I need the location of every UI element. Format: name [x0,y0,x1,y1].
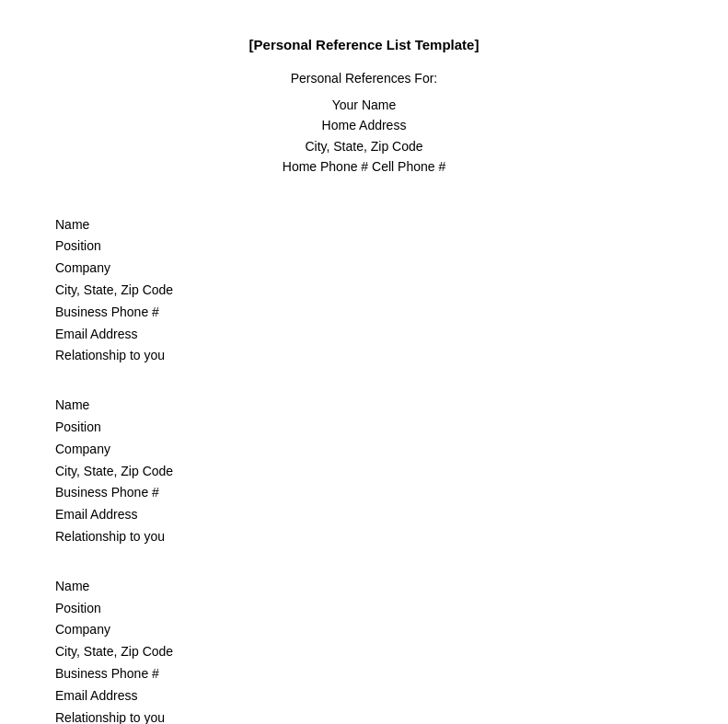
phone-numbers: Home Phone # Cell Phone # [55,156,673,177]
ref2-city-state-zip: City, State, Zip Code [55,461,673,483]
personal-references-for-label: Personal References For: [55,71,673,86]
document-title: [Personal Reference List Template] [55,37,673,52]
ref1-business-phone: Business Phone # [55,302,673,324]
ref2-name: Name [55,395,673,417]
ref1-relationship: Relationship to you [55,345,673,367]
ref1-city-state-zip: City, State, Zip Code [55,280,673,302]
ref3-city-state-zip: City, State, Zip Code [55,641,673,663]
ref3-name: Name [55,576,673,598]
reference-entry-3: Name Position Company City, State, Zip C… [55,576,673,724]
ref2-relationship: Relationship to you [55,526,673,548]
ref1-company: Company [55,258,673,280]
ref2-company: Company [55,439,673,461]
ref3-company: Company [55,619,673,641]
your-info-block: Your Name Home Address City, State, Zip … [55,95,673,178]
ref3-email: Email Address [55,685,673,707]
ref2-position: Position [55,417,673,439]
ref3-business-phone: Business Phone # [55,663,673,685]
home-address: Home Address [55,115,673,135]
ref2-business-phone: Business Phone # [55,482,673,504]
your-name: Your Name [55,95,673,115]
references-section: Name Position Company City, State, Zip C… [55,214,673,724]
ref3-relationship: Relationship to you [55,707,673,725]
reference-entry-1: Name Position Company City, State, Zip C… [55,214,673,368]
ref2-email: Email Address [55,504,673,526]
city-state-zip: City, State, Zip Code [55,136,673,156]
ref1-email: Email Address [55,324,673,346]
ref1-position: Position [55,236,673,258]
ref1-name: Name [55,214,673,236]
header-section: [Personal Reference List Template] Perso… [55,37,673,178]
ref3-position: Position [55,598,673,620]
reference-entry-2: Name Position Company City, State, Zip C… [55,395,673,548]
